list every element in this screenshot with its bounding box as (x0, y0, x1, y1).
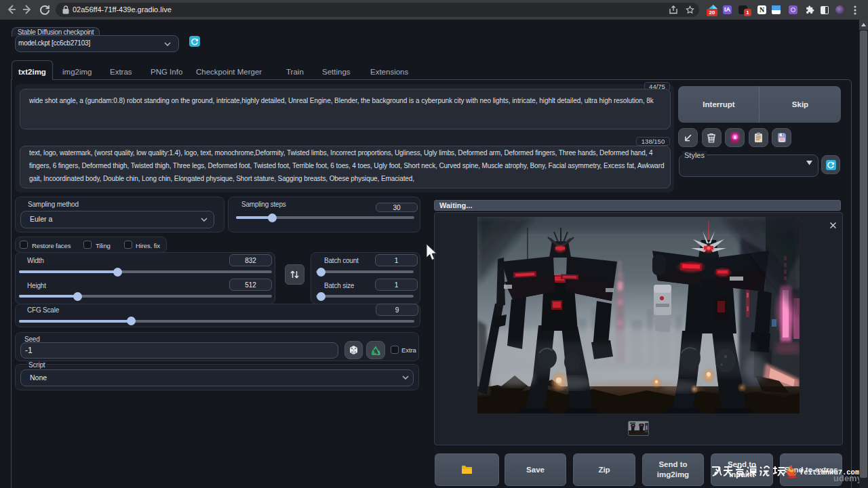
svg-text:feitianwu7.com: feitianwu7.com (800, 468, 859, 476)
